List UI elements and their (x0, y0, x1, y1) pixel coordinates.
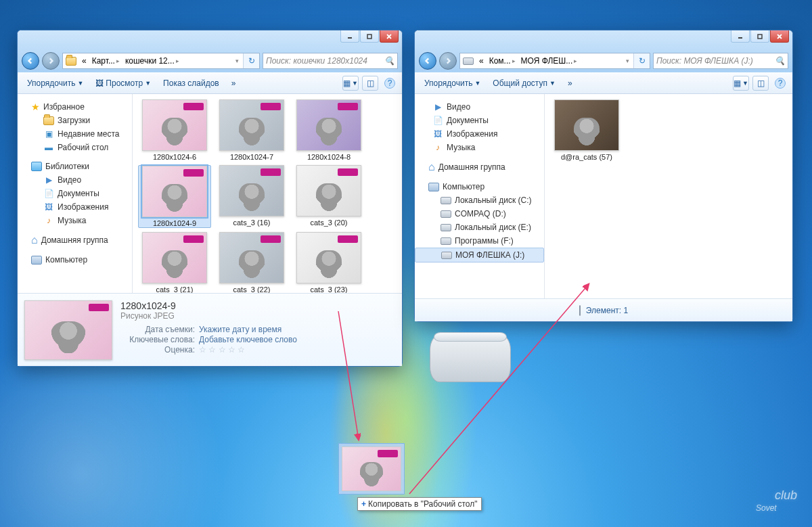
slideshow-button[interactable]: Показ слайдов (158, 76, 225, 91)
file-thumb[interactable]: cats_3 (22) (215, 232, 288, 293)
tree-homegroup[interactable]: ⌂Домашняя группа (18, 233, 132, 248)
search-input[interactable]: Поиск: МОЯ ФЛЕШКА (J:)🔍 (653, 53, 788, 69)
hdd-icon (441, 222, 451, 233)
desktop-drive-icon (430, 328, 511, 382)
crumb-2[interactable]: кошечки 12...▸ (122, 53, 182, 68)
forward-button[interactable] (439, 52, 457, 70)
tree-desktop[interactable]: ▬Рабочий стол (18, 141, 132, 154)
tree-video[interactable]: ▶Видео (18, 173, 132, 187)
back-button[interactable] (22, 52, 39, 70)
libraries-icon (31, 161, 42, 172)
homegroup-icon: ⌂ (428, 161, 435, 173)
close-button[interactable] (380, 30, 399, 43)
tree-images[interactable]: 🖼Изображения (415, 127, 544, 141)
maximize-button[interactable] (750, 30, 769, 43)
nav-tree[interactable]: ★Избранное Загрузки ▣Недавние места ▬Раб… (18, 94, 133, 293)
hdd-icon (441, 235, 451, 246)
nav-row: « Ком...▸ МОЯ ФЛЕШ...▸ ▾ ↻ Поиск: МОЯ ФЛ… (415, 49, 792, 72)
file-thumb[interactable]: cats_3 (23) (292, 232, 365, 293)
image-icon: 🖼 (432, 129, 443, 139)
tree-drive-e[interactable]: Локальный диск (E:) (415, 221, 544, 234)
titlebar[interactable] (18, 30, 402, 49)
explorer-body: ★Избранное Загрузки ▣Недавние места ▬Раб… (18, 94, 402, 293)
crumb-1[interactable]: Карт...▸ (89, 53, 122, 68)
file-thumb[interactable]: 1280x1024-6 (138, 99, 211, 161)
close-button[interactable] (770, 30, 789, 43)
minimize-button[interactable] (731, 30, 750, 43)
computer-icon (31, 254, 42, 265)
tree-music[interactable]: ♪Музыка (415, 141, 544, 154)
preview-button[interactable]: 🖼 Просмотр▼ (90, 76, 156, 91)
details-tags-label: Ключевые слова: (120, 335, 195, 344)
tree-drive-c[interactable]: Локальный диск (C:) (415, 193, 544, 207)
tree-drive-f[interactable]: Программы (F:) (415, 234, 544, 248)
view-mode-button[interactable]: ▦▼ (342, 76, 359, 91)
explorer-window-1: « Карт...▸ кошечки 12...▸ ▾ ↻ Поиск: кош… (17, 30, 403, 367)
tree-drive-j[interactable]: МОЯ ФЛЕШКА (J:) (415, 248, 544, 262)
tree-homegroup[interactable]: ⌂Домашняя группа (415, 160, 544, 175)
toolbar-more[interactable]: » (562, 76, 578, 91)
tree-favorites[interactable]: ★Избранное (18, 100, 132, 114)
preview-pane-button[interactable]: ◫ (362, 76, 378, 91)
search-icon: 🔍 (384, 56, 394, 66)
refresh-button[interactable]: ↻ (243, 53, 259, 69)
window-frame: « Карт...▸ кошечки 12...▸ ▾ ↻ Поиск: кош… (18, 30, 402, 72)
tree-images[interactable]: 🖼Изображения (18, 200, 132, 214)
crumb-prefix[interactable]: « (476, 53, 487, 68)
status-text: Элемент: 1 (586, 306, 628, 315)
window-frame: « Ком...▸ МОЯ ФЛЕШ...▸ ▾ ↻ Поиск: МОЯ ФЛ… (415, 30, 792, 72)
toolbar-more[interactable]: » (226, 76, 242, 91)
file-thumb[interactable]: cats_3 (21) (138, 232, 211, 293)
details-rating-label: Оценка: (120, 345, 195, 354)
back-button[interactable] (419, 52, 436, 70)
file-thumb[interactable]: cats_3 (16) (215, 165, 288, 228)
details-rating-stars[interactable]: ☆ ☆ ☆ ☆ ☆ (199, 345, 245, 354)
details-title: 1280x1024-9 (120, 300, 395, 311)
minimize-button[interactable] (340, 30, 359, 43)
tree-video[interactable]: ▶Видео (415, 100, 544, 114)
tree-music[interactable]: ♪Музыка (18, 214, 132, 227)
details-date-value[interactable]: Укажите дату и время (199, 325, 281, 334)
file-grid[interactable]: d@ra_cats (57) (545, 94, 792, 298)
file-thumb[interactable]: d@ra_cats (57) (550, 99, 623, 161)
details-tags-value[interactable]: Добавьте ключевое слово (199, 335, 297, 344)
file-thumb[interactable]: cats_3 (20) (292, 165, 365, 228)
crumb-2[interactable]: МОЯ ФЛЕШ...▸ (518, 53, 581, 68)
tree-drive-d[interactable]: COMPAQ (D:) (415, 207, 544, 221)
tree-computer[interactable]: Компьютер (18, 253, 132, 267)
titlebar[interactable] (415, 30, 792, 49)
tree-computer[interactable]: Компьютер (415, 180, 544, 193)
tree-libraries[interactable]: Библиотеки (18, 160, 132, 173)
file-grid[interactable]: 1280x1024-6 1280x1024-7 1280x1024-8 1280… (133, 94, 402, 293)
share-button[interactable]: Общий доступ▼ (487, 76, 561, 91)
preview-image (24, 300, 112, 360)
file-thumb[interactable]: 1280x1024-7 (215, 99, 288, 161)
tree-documents[interactable]: 📄Документы (415, 114, 544, 127)
hdd-icon (441, 250, 452, 260)
nav-tree[interactable]: ▶Видео 📄Документы 🖼Изображения ♪Музыка ⌂… (415, 94, 545, 298)
svg-rect-1 (367, 35, 371, 39)
help-button[interactable]: ? (382, 76, 398, 91)
organize-button[interactable]: Упорядочить▼ (22, 76, 89, 91)
hdd-icon (441, 195, 451, 206)
preview-pane-button[interactable]: ◫ (752, 76, 769, 91)
tree-recent[interactable]: ▣Недавние места (18, 127, 132, 141)
crumb-prefix[interactable]: « (79, 53, 89, 68)
homegroup-icon: ⌂ (31, 234, 38, 246)
view-mode-button[interactable]: ▦▼ (733, 76, 749, 91)
explorer-window-2: « Ком...▸ МОЯ ФЛЕШ...▸ ▾ ↻ Поиск: МОЯ ФЛ… (414, 30, 793, 322)
search-input[interactable]: Поиск: кошечки 1280x1024🔍 (263, 53, 398, 69)
maximize-button[interactable] (360, 30, 379, 43)
file-thumb[interactable]: 1280x1024-8 (292, 99, 365, 161)
breadcrumb[interactable]: « Карт...▸ кошечки 12...▸ ▾ ↻ (62, 53, 260, 69)
breadcrumb[interactable]: « Ком...▸ МОЯ ФЛЕШ...▸ ▾ ↻ (459, 53, 650, 69)
help-button[interactable]: ? (772, 76, 788, 91)
tree-downloads[interactable]: Загрузки (18, 114, 132, 127)
tree-documents[interactable]: 📄Документы (18, 187, 132, 200)
organize-button[interactable]: Упорядочить▼ (419, 76, 486, 91)
search-icon: 🔍 (775, 56, 785, 66)
refresh-button[interactable]: ↻ (633, 53, 650, 69)
crumb-1[interactable]: Ком...▸ (487, 53, 518, 68)
forward-button[interactable] (42, 52, 60, 70)
file-thumb-selected[interactable]: 1280x1024-9 (138, 165, 211, 228)
